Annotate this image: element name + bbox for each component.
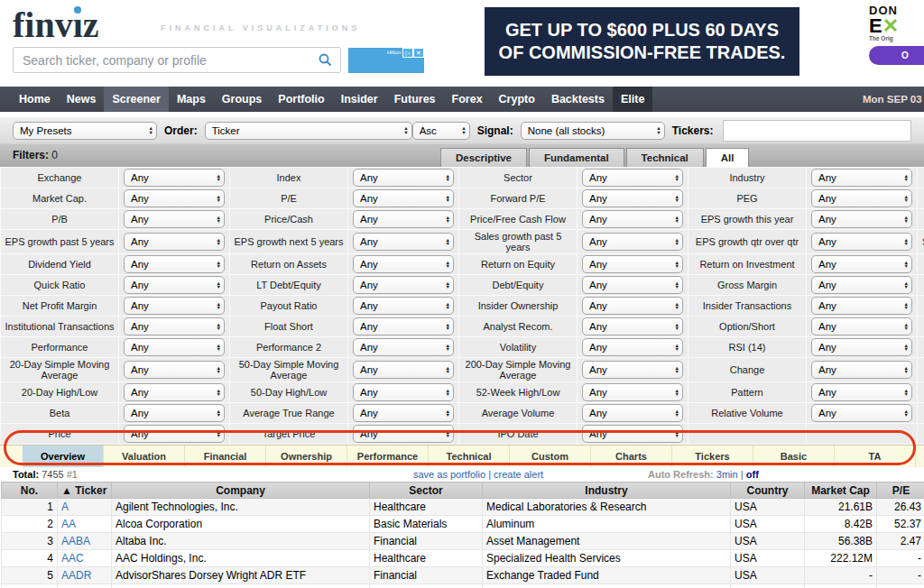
filter-select-20-day-simple-moving-average[interactable]: Any▲▼ [124,361,225,379]
filter-select-price-free-cash-flow[interactable]: Any▲▼ [582,210,683,228]
filter-select-insider-transactions[interactable]: Any▲▼ [811,297,912,315]
filter-select-analyst-recom[interactable]: Any▲▼ [582,317,683,335]
filter-select-eps-growth-next-5-years[interactable]: Any▲▼ [353,233,454,251]
nav-item-forex[interactable]: Forex [444,87,491,112]
result-tab-performance[interactable]: Performance [347,446,429,467]
create-alert-link[interactable]: create alert [494,469,543,480]
nav-item-home[interactable]: Home [11,87,59,112]
filter-select-volatility[interactable]: Any▲▼ [582,338,683,356]
filter-select-forward-p-e[interactable]: Any▲▼ [582,189,683,207]
filter-select-dividend-yield[interactable]: Any▲▼ [124,255,225,273]
filter-select-exchange[interactable]: Any▲▼ [124,169,225,187]
ticker-link-a[interactable]: A [61,501,69,513]
result-tab-overview[interactable]: Overview [23,446,104,467]
refresh-off-link[interactable]: off [746,469,759,480]
nav-item-elite[interactable]: Elite [613,87,652,112]
filter-select-return-on-investment[interactable]: Any▲▼ [811,255,912,273]
filter-select-payout-ratio[interactable]: Any▲▼ [353,297,454,315]
search-icon[interactable] [319,53,332,67]
nav-item-futures[interactable]: Futures [386,87,444,112]
order-select[interactable]: Ticker▲▼ [205,122,412,140]
filter-select-return-on-equity[interactable]: Any▲▼ [582,255,683,273]
ticker-link-aa[interactable]: AA [61,518,76,530]
result-tab-valuation[interactable]: Valuation [104,446,185,467]
nav-item-news[interactable]: News [59,87,105,112]
save-as-portfolio-link[interactable]: save as portfolio [413,469,485,480]
filter-select-20-day-high-low[interactable]: Any▲▼ [124,383,225,401]
result-tab-tickers[interactable]: Tickers [672,446,753,467]
ad-close-icon[interactable]: ✕ [413,48,424,58]
column-header-sector[interactable]: Sector [370,482,483,499]
filter-select-market-cap[interactable]: Any▲▼ [124,189,225,207]
filter-select-debt-equity[interactable]: Any▲▼ [582,276,683,294]
nav-item-insider[interactable]: Insider [333,87,386,112]
filter-select-lt-debt-equity[interactable]: Any▲▼ [353,276,454,294]
filter-select-p-e[interactable]: Any▲▼ [353,189,454,207]
adchoices-icon[interactable]: ▷ [402,48,413,58]
filter-select-200-day-simple-moving-average[interactable]: Any▲▼ [582,361,683,379]
refresh-interval-link[interactable]: 3min [716,469,738,480]
result-tab-ta[interactable]: TA [835,446,916,467]
filter-select-option-short[interactable]: Any▲▼ [811,317,912,335]
nav-item-portfolio[interactable]: Portfolio [270,87,332,112]
column-header-market-cap[interactable]: Market Cap [805,482,877,499]
nav-item-screener[interactable]: Screener [104,87,169,112]
presets-select[interactable]: My Presets▲▼ [13,122,157,140]
filter-select-gross-margin[interactable]: Any▲▼ [811,276,912,294]
result-tab-news[interactable]: News [916,446,924,467]
ticker-link-aaba[interactable]: AABA [61,535,90,547]
search-input[interactable] [14,53,319,68]
ticker-link-aadr[interactable]: AADR [61,569,91,582]
filter-select-change[interactable]: Any▲▼ [811,361,912,379]
filter-select-industry[interactable]: Any▲▼ [811,169,912,187]
result-tab-technical[interactable]: Technical [429,446,510,467]
filter-select-performance-2[interactable]: Any▲▼ [353,338,454,356]
column-header-country[interactable]: Country [731,482,805,499]
filter-tab-fundamental[interactable]: Fundamental [529,148,624,167]
direction-select[interactable]: Asc▲▼ [412,122,470,140]
nav-item-maps[interactable]: Maps [169,87,214,112]
tickers-input[interactable] [723,120,911,142]
filter-tab-descriptive[interactable]: Descriptive [440,148,527,167]
filter-select-average-volume[interactable]: Any▲▼ [582,404,683,422]
filter-select-ipo-date[interactable]: Any▲▼ [582,425,683,443]
filter-select-relative-volume[interactable]: Any▲▼ [811,404,912,422]
filter-select-return-on-assets[interactable]: Any▲▼ [353,255,454,273]
finviz-logo[interactable]: finvız [13,4,99,46]
right-ad-button[interactable]: O [869,46,924,65]
result-tab-financial[interactable]: Financial [185,446,266,467]
filter-select-eps-growth-past-5-years[interactable]: Any▲▼ [124,233,225,251]
result-tab-ownership[interactable]: Ownership [266,446,347,467]
filter-select-institutional-transactions[interactable]: Any▲▼ [124,317,225,335]
column-header-industry[interactable]: Industry [483,482,731,499]
column-header-ticker[interactable]: ▲ Ticker [58,482,112,499]
filter-select-50-day-simple-moving-average[interactable]: Any▲▼ [353,361,454,379]
result-tab-basic[interactable]: Basic [753,446,835,467]
result-tab-custom[interactable]: Custom [510,446,591,467]
nav-item-crypto[interactable]: Crypto [491,87,543,112]
filter-select-index[interactable]: Any▲▼ [353,169,454,187]
filter-select-peg[interactable]: Any▲▼ [811,189,912,207]
filter-select-sales-growth-past-5-years[interactable]: Any▲▼ [582,233,683,251]
column-header-company[interactable]: Company [112,482,370,499]
filter-select-52-week-high-low[interactable]: Any▲▼ [582,383,683,401]
nav-item-groups[interactable]: Groups [214,87,270,112]
column-header-p-e[interactable]: P/E [877,482,924,499]
filter-select-eps-growth-this-year[interactable]: Any▲▼ [811,210,912,228]
filter-tab-technical[interactable]: Technical [626,148,704,167]
filter-tab-all[interactable]: All [706,148,750,167]
filter-select-net-profit-margin[interactable]: Any▲▼ [124,297,225,315]
page-indicator[interactable]: #1 [67,469,78,480]
filter-select-quick-ratio[interactable]: Any▲▼ [124,276,225,294]
column-header-no[interactable]: No. [2,482,58,499]
filter-select-eps-growth-qtr-over-qtr[interactable]: Any▲▼ [811,233,912,251]
filter-select-50-day-high-low[interactable]: Any▲▼ [353,383,454,401]
filter-select-beta[interactable]: Any▲▼ [124,404,225,422]
filter-select-p-b[interactable]: Any▲▼ [124,210,225,228]
filter-select-average-true-range[interactable]: Any▲▼ [353,404,454,422]
filter-select-float-short[interactable]: Any▲▼ [353,317,454,335]
filter-select-rsi-14[interactable]: Any▲▼ [811,338,912,356]
signal-select[interactable]: None (all stocks)▲▼ [521,122,665,140]
nav-item-backtests[interactable]: Backtests [543,87,613,112]
result-tab-charts[interactable]: Charts [591,446,672,467]
